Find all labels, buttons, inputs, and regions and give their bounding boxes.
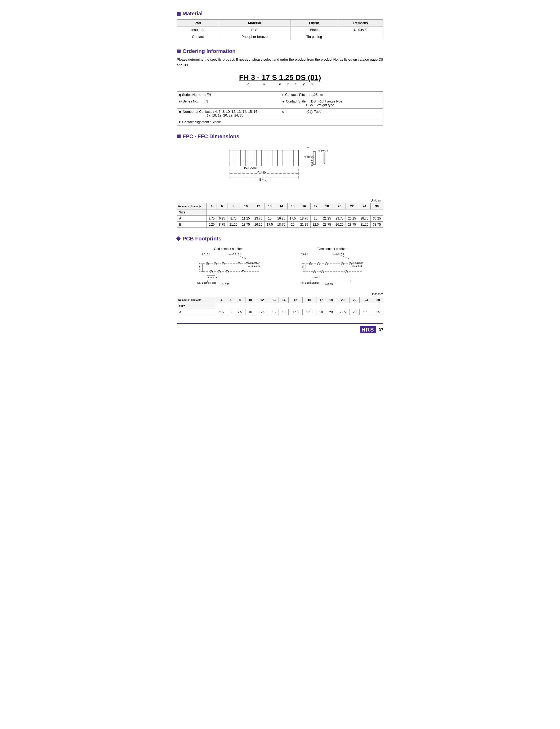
part-insulator: Insulator — [177, 26, 219, 33]
fpc-a-24: 28.75 — [358, 215, 371, 221]
pcb-col-12: 12 — [255, 297, 269, 303]
ordering-cell-t: t Contacts Pitch : 1.25mm — [280, 91, 383, 98]
pcb-title: PCB Footprints — [183, 236, 222, 242]
fpc-b-4: 6.25 — [206, 221, 217, 227]
pcb-col-8: 8 — [234, 297, 245, 303]
remarks-ul: UL94V-0 — [338, 26, 383, 33]
fpc-title: FPC · FFC Dimensions — [183, 133, 239, 140]
fpc-col-22: 22 — [346, 203, 358, 209]
pcb-col-22: 22 — [350, 297, 360, 303]
pcb-a-22: 25 — [350, 309, 360, 315]
fpc-b-15: 20 — [288, 221, 298, 227]
pcb-row-a: A 2.5 5 7.5 10 12.5 15 15 17.5 17.5 20 2… — [177, 309, 383, 315]
svg-rect-0 — [230, 150, 299, 166]
pcb-a-label: A — [177, 309, 216, 315]
fpc-col-30: 30 — [371, 203, 383, 209]
ordering-header: Ordering Information — [177, 48, 383, 54]
fpc-row-a: A 3.75 6.25 8.75 11.25 13.75 15 16.25 17… — [177, 215, 383, 221]
pn-letter-w: w — [260, 82, 268, 86]
pcb-a-15: 17.5 — [289, 309, 302, 315]
table-row: Insulator PBT Black UL94V-0 — [177, 26, 383, 33]
pn-space4 — [270, 73, 272, 82]
fpc-a-18: 21.25 — [321, 215, 333, 221]
pcb-a-10: 10 — [245, 309, 255, 315]
pn-letter-space1 — [252, 82, 260, 86]
ordering-section: Ordering Information Please determine th… — [177, 48, 383, 126]
ordering-icon — [177, 50, 181, 53]
ordering-row-2: w Series No. : 3 y Contact Style : DS : … — [177, 98, 383, 108]
svg-text:A±0.15: A±0.15 — [222, 283, 229, 285]
svg-text:0.8±0.05: 0.8±0.05 — [304, 155, 314, 158]
pcb-a-13: 15 — [269, 309, 279, 315]
fpc-col-17: 17 — [310, 203, 321, 209]
fpc-col-14: 14 — [275, 203, 288, 209]
pcb-diagram: Odd contact number 2.5±0.1 N–ø0.9±0.1 — [177, 247, 383, 287]
ordering-cell-r: r Contact alignment : Single — [177, 119, 280, 125]
pn-01: (01) — [308, 73, 321, 82]
pcb-a-6: 5 — [227, 309, 234, 315]
ordering-description: Please determine the specific product. I… — [177, 57, 383, 68]
ordering-row-3: e Number of Contacts : 4, 6, 8, 10, 12, … — [177, 108, 383, 119]
fpc-col-16: 16 — [298, 203, 310, 209]
ordering-row-4: r Contact alignment : Single — [177, 119, 383, 125]
ordering-cell-q: q Series Name : FH — [177, 91, 280, 98]
svg-rect-34 — [324, 153, 325, 163]
fpc-a-16: 18.75 — [298, 215, 310, 221]
svg-text:N–ø0.9±0.1: N–ø0.9±0.1 — [332, 253, 344, 256]
pcb-a-24: 27.5 — [360, 309, 373, 315]
svg-text:1.25±0.1: 1.25±0.1 — [311, 276, 320, 279]
pn-letter-r: r — [284, 82, 292, 86]
fpc-b-13: 17.5 — [265, 221, 275, 227]
pn-s: S — [272, 73, 277, 82]
fpc-diagram: P=1.25±0.1 A±0.15 B 0 -0.2 4.5 min. 0.8±… — [177, 145, 383, 193]
fpc-a-20: 23.75 — [333, 215, 346, 221]
ordering-row-1: q Series Name : FH t Contacts Pitch : 1.… — [177, 91, 383, 98]
pcb-col-14: 14 — [279, 297, 289, 303]
pn-letter-t: t — [292, 82, 300, 86]
svg-text:No. 1 contact side: No. 1 contact side — [197, 281, 216, 284]
fpc-col-20: 20 — [333, 203, 346, 209]
fpc-b-30: 38.75 — [371, 221, 383, 227]
pcb-a-30: 35 — [373, 309, 383, 315]
hrs-logo: HRS — [360, 326, 376, 333]
svg-text:-0.2: -0.2 — [262, 180, 266, 182]
pcb-col-4: 4 — [216, 297, 227, 303]
page-number: D7 — [379, 328, 383, 332]
pcb-col-30: 30 — [373, 297, 383, 303]
pn-space2 — [255, 73, 257, 82]
material-pbt: PBT — [219, 26, 290, 33]
fpc-a-17: 20 — [310, 215, 321, 221]
fpc-col-12: 12 — [252, 203, 265, 209]
fpc-a-14: 16.25 — [275, 215, 288, 221]
svg-text:of contacts: of contacts — [248, 265, 260, 267]
pn-space1 — [249, 73, 251, 82]
material-section: Material Part Material Finish Remarks In… — [177, 11, 383, 40]
col-header-part: Part — [177, 20, 219, 26]
fpc-svg: P=1.25±0.1 A±0.15 B 0 -0.2 4.5 min. 0.8±… — [214, 145, 346, 193]
pcb-even-diagram: Even contact number 2.5±0.1 N–ø0.9±0.1 — [300, 247, 364, 287]
pcb-a-12: 12.5 — [255, 309, 269, 315]
pn-3: 3 — [251, 73, 255, 82]
ordering-cell-e: e Number of Contacts : 4, 6, 8, 10, 12, … — [177, 108, 280, 119]
fpc-a-8: 8.75 — [227, 215, 240, 221]
svg-text:P=1.25±0.1: P=1.25±0.1 — [244, 167, 258, 170]
ordering-cell-y: y Contact Style : DS : Right angle type … — [280, 98, 383, 108]
pcb-col-18: 18 — [326, 297, 336, 303]
pn-fh: FH — [239, 73, 249, 82]
fpc-b-12: 16.25 — [252, 221, 265, 227]
pn-letter-e: e — [276, 82, 284, 86]
pn-letter-q: q — [244, 82, 252, 86]
fpc-a-15: 17.5 — [288, 215, 298, 221]
remarks-dash: ——— — [338, 33, 383, 40]
svg-text:A±0.15: A±0.15 — [257, 171, 266, 173]
ordering-cell-w: w Series No. : 3 — [177, 98, 280, 108]
fpc-col-10: 10 — [240, 203, 252, 209]
col-header-finish: Finish — [290, 20, 338, 26]
fpc-b-label: B — [177, 221, 206, 227]
pcb-section: PCB Footprints Odd contact number 2.5±0.… — [177, 236, 383, 315]
svg-text:N: number: N: number — [352, 262, 363, 264]
finish-tin: Tin plating — [290, 33, 338, 40]
fpc-a-label: A — [177, 215, 206, 221]
ordering-cell-u: u (01): Tube — [280, 108, 383, 119]
pcb-a-8: 7.5 — [234, 309, 245, 315]
